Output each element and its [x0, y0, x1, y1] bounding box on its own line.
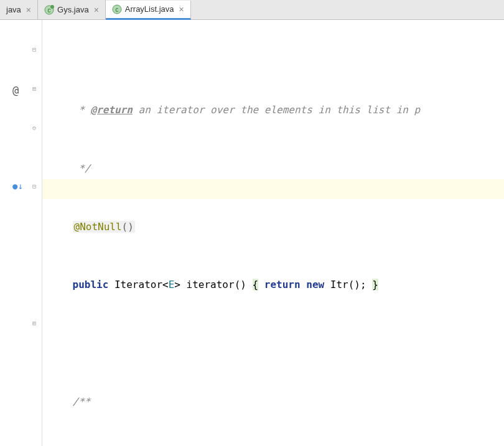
tab-label: Gys.java [57, 5, 89, 14]
code-editor[interactable]: * @return an iterator over the elements … [42, 20, 504, 446]
fold-icon[interactable]: ⊟ [32, 183, 36, 190]
close-icon[interactable]: × [94, 5, 99, 15]
tab-label: java [6, 5, 21, 14]
java-class-icon: c [112, 4, 122, 14]
tab-gys[interactable]: c Gys.java × [38, 0, 106, 19]
gutter[interactable]: ⊟ @⊞ ⊖ ●↓⊟ ⊞ [0, 20, 42, 446]
code-text: */ [49, 162, 90, 174]
fold-icon[interactable]: ⊖ [32, 124, 36, 131]
close-icon[interactable]: × [179, 4, 184, 14]
highlighted-line [42, 179, 504, 199]
tab-java[interactable]: java × [0, 0, 38, 19]
code-text: * @return an iterator over the elements … [49, 104, 420, 116]
svg-point-2 [50, 5, 54, 9]
tab-label: ArrayList.java [125, 4, 174, 14]
tab-arraylist[interactable]: c ArrayList.java × [106, 1, 191, 20]
editor-area: ⊟ @⊞ ⊖ ●↓⊟ ⊞ * @return an iterator over … [0, 20, 504, 446]
close-icon[interactable]: × [26, 5, 31, 15]
fold-icon[interactable]: ⊞ [32, 320, 36, 327]
svg-text:c: c [48, 7, 51, 14]
override-icon[interactable]: @ [12, 84, 19, 96]
fold-icon[interactable]: ⊟ [32, 46, 36, 53]
code-text: @NotNull() [49, 221, 135, 233]
svg-text:c: c [115, 6, 118, 13]
tabs-bar: java × c Gys.java × c ArrayList.java × [0, 0, 504, 20]
code-text: public Iterator<E> iterator() { return n… [49, 279, 378, 290]
fold-icon[interactable]: ⊞ [32, 85, 36, 92]
java-class-icon: c [44, 5, 54, 15]
implementing-icon[interactable]: ●↓ [12, 181, 23, 191]
code-text: /** [49, 396, 90, 407]
